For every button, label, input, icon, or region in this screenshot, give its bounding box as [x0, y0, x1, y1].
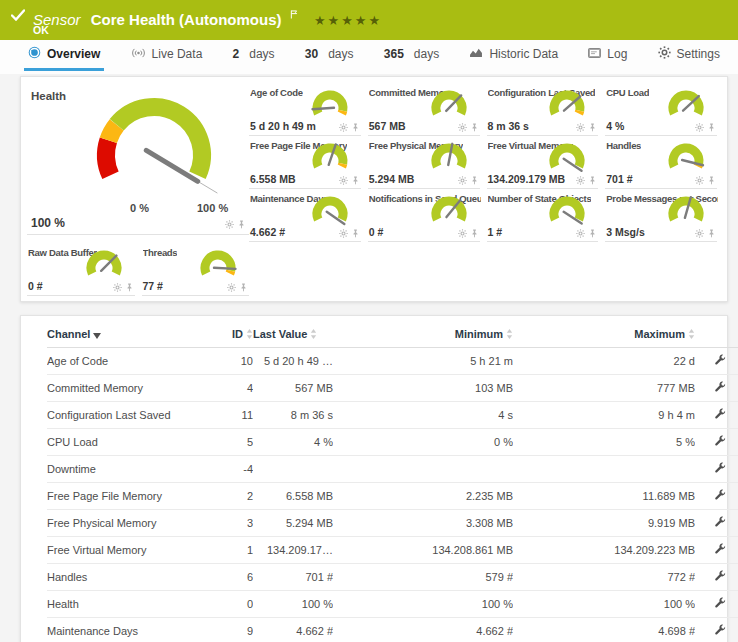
channel-minimum: 2.235 MB — [333, 483, 513, 510]
gauge-cell-free-physical-memory[interactable]: Free Physical Memory5.294 MB — [368, 136, 480, 189]
wrench-icon[interactable] — [714, 597, 726, 609]
channel-name[interactable]: Configuration Last Saved — [47, 402, 205, 429]
gauge-value: 701 # — [606, 173, 632, 185]
gear-icon[interactable] — [225, 220, 234, 229]
channel-name[interactable]: Downtime — [47, 456, 205, 483]
channel-name[interactable]: CPU Load — [47, 429, 205, 456]
gear-icon[interactable] — [458, 229, 467, 238]
wrench-icon[interactable] — [714, 624, 726, 636]
channel-id: 6 — [205, 564, 253, 591]
gauge-cell-age-of-code[interactable]: Age of Code5 d 20 h 49 m — [249, 83, 361, 136]
column-header-channel[interactable]: Channel — [47, 318, 205, 348]
channel-name[interactable]: Maintenance Days — [47, 618, 205, 642]
gear-icon[interactable] — [695, 229, 704, 238]
channel-name[interactable]: Free Virtual Memory — [47, 537, 205, 564]
pin-icon[interactable] — [707, 229, 716, 238]
tab-days-365[interactable]: 365days — [380, 40, 443, 71]
small-gauges-grid: Age of Code5 d 20 h 49 mCommitted Memory… — [249, 83, 717, 242]
channel-last-value: 4 % — [253, 429, 333, 456]
pin-icon[interactable] — [351, 229, 360, 238]
wrench-icon[interactable] — [714, 354, 726, 366]
wrench-icon[interactable] — [714, 408, 726, 420]
gauge-cell-notifications-in-send-queue[interactable]: Notifications in Send Queue0 # — [368, 189, 480, 242]
gauge-cell-probe-messages-per-second[interactable]: Probe Messages per Second3 Msg/s — [605, 189, 717, 242]
tab-settings[interactable]: Settings — [654, 40, 724, 71]
column-header-id[interactable]: ID — [205, 318, 253, 348]
gauge-value: 1 # — [488, 226, 503, 238]
gauge-cell-cpu-load[interactable]: CPU Load4 % — [605, 83, 717, 136]
gear-icon[interactable] — [458, 176, 467, 185]
gauge-cell-free-virtual-memory[interactable]: Free Virtual Memory134.209.179 MB — [487, 136, 599, 189]
channel-id: 0 — [205, 591, 253, 618]
tab-historic-data[interactable]: Historic Data — [465, 40, 562, 71]
tab-live-data[interactable]: Live Data — [127, 40, 207, 71]
wrench-icon[interactable] — [714, 489, 726, 501]
pin-icon[interactable] — [470, 176, 479, 185]
priority-flag-icon[interactable] — [290, 5, 302, 22]
pin-icon[interactable] — [588, 123, 597, 132]
channel-name[interactable]: Health — [47, 591, 205, 618]
gauge-cell-committed-memory[interactable]: Committed Memory567 MB — [368, 83, 480, 136]
gear-icon[interactable] — [227, 283, 236, 292]
priority-stars[interactable]: ★★★★★ — [314, 13, 382, 28]
gauge-cell-threads[interactable]: Threads77 # — [142, 243, 250, 296]
pin-icon[interactable] — [237, 220, 246, 229]
pin-icon[interactable] — [707, 123, 716, 132]
pin-icon[interactable] — [351, 123, 360, 132]
gear-icon[interactable] — [695, 123, 704, 132]
gauge-cell-actions — [576, 123, 597, 132]
column-header-minimum[interactable]: Minimum — [333, 318, 513, 348]
wrench-icon[interactable] — [714, 543, 726, 555]
channel-name[interactable]: Free Physical Memory — [47, 510, 205, 537]
channel-maximum: 11.689 MB — [513, 483, 695, 510]
wrench-icon[interactable] — [714, 435, 726, 447]
gauge-cell-health[interactable]: Health 0 % 100 % 100 % — [27, 83, 249, 235]
gauge-cell-configuration-last-saved[interactable]: Configuration Last Saved8 m 36 s — [487, 83, 599, 136]
gauge-cell-number-of-state-objects[interactable]: Number of State Objects1 # — [487, 189, 599, 242]
gear-icon — [658, 46, 671, 62]
column-header-maximum[interactable]: Maximum — [513, 318, 695, 348]
gauge-cell-handles[interactable]: Handles701 # — [605, 136, 717, 189]
gauge-value: 134.209.179 MB — [488, 173, 566, 185]
wrench-icon[interactable] — [714, 570, 726, 582]
channel-name[interactable]: Committed Memory — [47, 375, 205, 402]
pin-icon[interactable] — [588, 229, 597, 238]
tab-log[interactable]: Log — [584, 40, 631, 71]
gear-icon[interactable] — [339, 123, 348, 132]
gauge-cell-free-page-file-memory[interactable]: Free Page File Memory6.558 MB — [249, 136, 361, 189]
gear-icon[interactable] — [458, 123, 467, 132]
gear-icon[interactable] — [339, 176, 348, 185]
table-row: Health0100 %100 %100 % — [47, 591, 738, 618]
gauge-cell-actions — [227, 283, 248, 292]
gauge-cell-raw-data-buffer[interactable]: Raw Data Buffer0 # — [27, 243, 135, 296]
gauge-cell-maintenance-days[interactable]: Maintenance Days4.662 # — [249, 189, 361, 242]
gear-icon[interactable] — [695, 176, 704, 185]
gauge-cell-actions — [339, 176, 360, 185]
channel-name[interactable]: Age of Code — [47, 348, 205, 375]
pin-icon[interactable] — [707, 176, 716, 185]
pin-icon[interactable] — [351, 176, 360, 185]
gear-icon[interactable] — [576, 176, 585, 185]
gear-icon[interactable] — [339, 229, 348, 238]
pin-icon[interactable] — [239, 283, 248, 292]
wrench-icon[interactable] — [714, 462, 726, 474]
column-header-last-value[interactable]: Last Value — [253, 318, 333, 348]
tab-overview[interactable]: Overview — [24, 40, 104, 71]
channel-name[interactable]: Free Page File Memory — [47, 483, 205, 510]
pin-icon[interactable] — [588, 176, 597, 185]
channel-maximum: 22 d — [513, 348, 695, 375]
pin-icon[interactable] — [125, 283, 134, 292]
wrench-icon[interactable] — [714, 516, 726, 528]
channel-name[interactable]: Handles — [47, 564, 205, 591]
gear-icon[interactable] — [576, 229, 585, 238]
tab-label: Live Data — [152, 47, 203, 61]
tab-days-2[interactable]: 2days — [229, 40, 279, 71]
gear-icon[interactable] — [113, 283, 122, 292]
wrench-icon[interactable] — [714, 381, 726, 393]
gauge-value: 6.558 MB — [250, 173, 296, 185]
pin-icon[interactable] — [470, 123, 479, 132]
tab-days-30[interactable]: 30days — [301, 40, 358, 71]
gauge-value: 5 d 20 h 49 m — [250, 120, 316, 132]
gear-icon[interactable] — [576, 123, 585, 132]
pin-icon[interactable] — [470, 229, 479, 238]
